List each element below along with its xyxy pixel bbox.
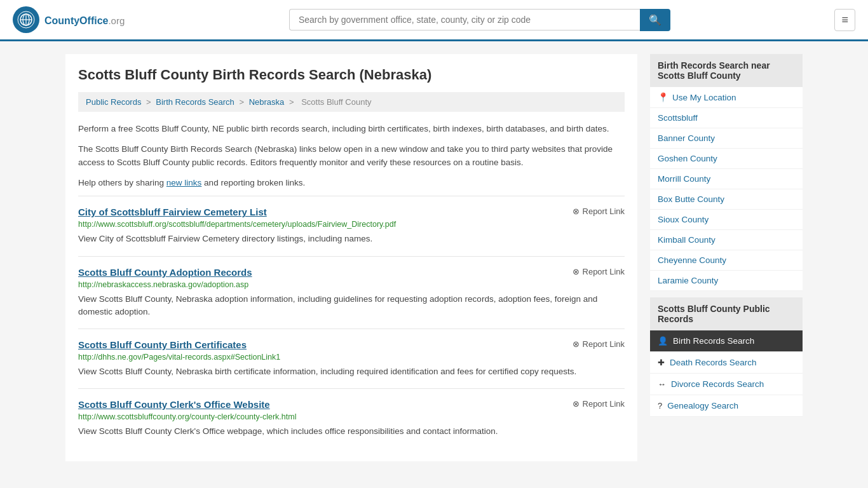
report-icon-1: ⊗: [573, 207, 580, 216]
result-url-1: http://www.scottsbluff.org/scottsbluff/d…: [78, 220, 625, 229]
sidebar-item-box-butte-county[interactable]: Box Butte County: [650, 189, 803, 210]
sidebar-item-scottsbluff[interactable]: Scottsbluff: [650, 108, 803, 128]
report-icon-4: ⊗: [573, 399, 580, 409]
result-title-2[interactable]: Scotts Bluff County Adoption Records: [78, 267, 252, 278]
report-link-button-4[interactable]: ⊗ Report Link: [573, 399, 625, 409]
plus-icon: ✚: [658, 358, 665, 367]
sidebar-public-records-section: Scotts Bluff County Public Records 👤 Bir…: [650, 297, 803, 417]
search-input[interactable]: [289, 9, 640, 30]
result-desc-3: View Scotts Bluff County, Nebraska birth…: [78, 365, 625, 378]
sidebar-use-location[interactable]: 📍 Use My Location: [650, 87, 803, 108]
sidebar-nearby-header: Birth Records Search near Scotts Bluff C…: [650, 54, 803, 87]
sidebar-item-kimball-county[interactable]: Kimball County: [650, 230, 803, 250]
search-button[interactable]: 🔍: [640, 9, 670, 31]
result-title-3[interactable]: Scotts Bluff County Birth Certificates: [78, 339, 247, 350]
report-link-button-2[interactable]: ⊗ Report Link: [573, 267, 625, 276]
result-item: Scotts Bluff County Adoption Records ⊗ R…: [78, 256, 625, 329]
sidebar-divorce-records-search[interactable]: ↔ Divorce Records Search: [650, 374, 803, 395]
intro-text-1: Perform a free Scotts Bluff County, NE p…: [78, 122, 625, 136]
new-links-link[interactable]: new links: [166, 178, 202, 187]
result-item: Scotts Bluff County Clerk's Office Websi…: [78, 388, 625, 448]
sidebar-item-sioux-county[interactable]: Sioux County: [650, 210, 803, 230]
breadcrumb-nebraska[interactable]: Nebraska: [249, 97, 285, 107]
breadcrumb-birth-records-search[interactable]: Birth Records Search: [156, 97, 234, 107]
intro-text-2: The Scotts Bluff County Birth Records Se…: [78, 142, 625, 170]
sidebar-birth-records-search[interactable]: 👤 Birth Records Search: [650, 330, 803, 352]
report-icon-2: ⊗: [573, 267, 580, 276]
report-link-button-3[interactable]: ⊗ Report Link: [573, 339, 625, 349]
intro-text-3: Help others by sharing new links and rep…: [78, 176, 625, 190]
result-desc-2: View Scotts Bluff County, Nebraska adopt…: [78, 293, 625, 319]
arrows-icon: ↔: [658, 379, 666, 389]
sidebar: Birth Records Search near Scotts Bluff C…: [650, 54, 803, 461]
result-desc-1: View City of Scottsbluff Fairview Cemete…: [78, 233, 625, 245]
result-title-4[interactable]: Scotts Bluff County Clerk's Office Websi…: [78, 399, 270, 410]
search-bar-area: 🔍: [289, 9, 670, 31]
result-url-4: http://www.scottsbluffcounty.org/county-…: [78, 412, 625, 421]
report-link-button-1[interactable]: ⊗ Report Link: [573, 207, 625, 216]
sidebar-nearby-section: Birth Records Search near Scotts Bluff C…: [650, 54, 803, 291]
search-icon: 🔍: [649, 15, 661, 25]
sidebar-item-goshen-county[interactable]: Goshen County: [650, 149, 803, 169]
result-desc-4: View Scotts Bluff County Clerk's Office …: [78, 425, 625, 438]
main-container: Scotts Bluff County Birth Records Search…: [53, 41, 815, 474]
sidebar-item-cheyenne-county[interactable]: Cheyenne County: [650, 250, 803, 271]
report-icon-3: ⊗: [573, 339, 580, 349]
sidebar-death-records-search[interactable]: ✚ Death Records Search: [650, 352, 803, 374]
person-icon: 👤: [658, 336, 668, 346]
sidebar-item-morrill-county[interactable]: Morrill County: [650, 169, 803, 189]
hamburger-menu-button[interactable]: ≡: [834, 9, 855, 31]
sidebar-item-banner-county[interactable]: Banner County: [650, 128, 803, 149]
result-url-3: http://dhhs.ne.gov/Pages/vital-records.a…: [78, 353, 625, 362]
result-item: Scotts Bluff County Birth Certificates ⊗…: [78, 329, 625, 388]
use-my-location-link[interactable]: Use My Location: [672, 93, 736, 102]
result-url-2: http://nebraskaccess.nebraska.gov/adopti…: [78, 280, 625, 289]
result-title-1[interactable]: City of Scottsbluff Fairview Cemetery Li…: [78, 207, 267, 217]
sidebar-item-laramie-county[interactable]: Laramie County: [650, 271, 803, 291]
logo-icon: [13, 6, 39, 33]
breadcrumb: Public Records > Birth Records Search > …: [78, 92, 625, 112]
breadcrumb-current: Scotts Bluff County: [301, 97, 371, 107]
header: CountyOffice.org 🔍 ≡: [0, 0, 868, 41]
result-item: City of Scottsbluff Fairview Cemetery Li…: [78, 196, 625, 255]
question-icon: ?: [658, 401, 662, 410]
hamburger-icon: ≡: [841, 13, 848, 26]
breadcrumb-public-records[interactable]: Public Records: [86, 97, 141, 107]
sidebar-genealogy-search[interactable]: ? Genealogy Search: [650, 395, 803, 417]
location-pin-icon: 📍: [658, 92, 668, 102]
page-title: Scotts Bluff County Birth Records Search…: [78, 67, 625, 83]
logo-text: CountyOffice.org: [44, 13, 125, 27]
logo-area: CountyOffice.org: [13, 6, 125, 33]
sidebar-public-records-header: Scotts Bluff County Public Records: [650, 297, 803, 330]
content-area: Scotts Bluff County Birth Records Search…: [65, 54, 637, 461]
